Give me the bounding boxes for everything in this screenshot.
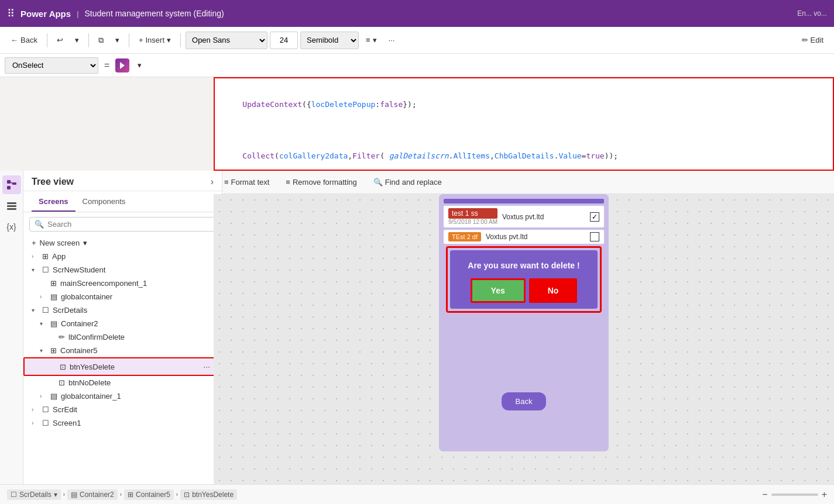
undo-button[interactable]: ↩	[52, 33, 68, 47]
tab-screens[interactable]: Screens	[32, 195, 75, 212]
align-chevron: ▾	[373, 36, 377, 44]
container2-label: Container2	[61, 319, 214, 328]
tree-collapse-button[interactable]: ›	[211, 177, 214, 187]
formula-chevron[interactable]: ▾	[133, 58, 146, 72]
code-editor[interactable]: UpdateContext({locDeletePopup:false}); C…	[214, 77, 834, 171]
checkbox-2[interactable]	[590, 232, 599, 241]
yes-button[interactable]: Yes	[471, 278, 526, 303]
zoom-slider[interactable]	[771, 493, 818, 496]
data-icon-btn[interactable]	[2, 196, 21, 215]
canvas-area[interactable]: test 1 ss 9/5/2018 12:00 AM Voxtus pvt.l…	[214, 194, 834, 484]
tree-item-scrnewstudent[interactable]: ▾ ☐ ScrNewStudent	[23, 263, 222, 277]
toolbar-divider-3	[129, 33, 129, 47]
insert-label: Insert	[146, 36, 165, 44]
tab-components[interactable]: Components	[75, 195, 133, 212]
tree-item-mainscreen[interactable]: ⊞ mainScreencomponent_1	[23, 277, 222, 290]
tree-item-scrdetails[interactable]: ▾ ☐ ScrDetails	[23, 303, 222, 317]
tree-view-icon-btn[interactable]	[2, 175, 21, 194]
formula-bar: OnSelect = ▾	[0, 54, 834, 77]
checkbox-1[interactable]: ✓	[590, 212, 599, 222]
svg-rect-3	[12, 182, 16, 185]
toolbar: ← Back ↩ ▾ ⧉ ▾ + Insert ▾ Open Sans Aria…	[0, 27, 834, 54]
gallery-item-1: test 1 ss 9/5/2018 12:00 AM Voxtus pvt.l…	[444, 206, 604, 227]
insert-chevron: ▾	[167, 36, 171, 44]
tree-item-screen1[interactable]: › ☐ Screen1	[23, 416, 222, 430]
tree-item-lblconfirmdelete[interactable]: ✏ lblConfirmDelete	[23, 330, 222, 344]
breadcrumb-scrdetails[interactable]: ☐ ScrDetails ▾	[7, 489, 61, 500]
screen-icon-new: ☐	[42, 265, 49, 274]
breadcrumb-btnyesdelete[interactable]: ⊡ btnYesDelete	[180, 489, 237, 500]
back-button[interactable]: ← Back	[6, 33, 42, 47]
scrdetails-label: ScrDetails	[53, 306, 214, 315]
tree-item-app[interactable]: › ⊞ App	[23, 250, 222, 263]
copy-button[interactable]: ⧉	[94, 33, 108, 47]
insert-button[interactable]: + Insert ▾	[134, 33, 176, 47]
edit-button[interactable]: ✏ Edit	[797, 33, 828, 47]
font-size-input[interactable]	[270, 32, 298, 49]
app-icon: ⊞	[42, 252, 49, 261]
lblconfirmdelete-label: lblConfirmDelete	[68, 333, 214, 341]
font-family-select[interactable]: Open Sans Arial Calibri	[186, 32, 267, 49]
tree-item-container5[interactable]: ▾ ⊞ Container5	[23, 344, 222, 357]
svg-line-4	[11, 182, 12, 184]
chevron-scrnew: ▾	[32, 267, 39, 273]
more-options-button[interactable]: ···	[384, 33, 400, 47]
tree-item-scredit[interactable]: › ☐ ScrEdit	[23, 403, 222, 416]
gallery-item-2: TEst 2 df Voxtus pvt.ltd	[444, 230, 604, 244]
breadcrumb-container2-label: Container2	[80, 491, 114, 499]
btnyesdelete-more-button[interactable]: ···	[201, 361, 212, 372]
tree-item-globalcontainer1[interactable]: › ▤ globalcontainer_1	[23, 389, 222, 403]
font-weight-select[interactable]: Thin Light Regular Semibold Bold	[300, 32, 359, 49]
chevron-container2: ▾	[40, 320, 47, 327]
copy-dropdown[interactable]: ▾	[111, 33, 124, 47]
breadcrumb-sep-2: ›	[120, 491, 122, 498]
property-selector[interactable]: OnSelect	[5, 57, 98, 74]
scredit-label: ScrEdit	[53, 405, 214, 414]
tree-item-globalcontainer[interactable]: › ▤ globalcontainer	[23, 290, 222, 303]
variables-icon-btn[interactable]: {x}	[2, 218, 21, 236]
svg-rect-1	[7, 180, 11, 184]
screen-icon-edit: ☐	[42, 405, 49, 414]
delete-buttons: Yes No	[456, 278, 592, 303]
tree-view-icon	[6, 179, 17, 190]
button-yes-icon: ⊡	[60, 363, 66, 371]
container5-breadcrumb-icon: ⊞	[128, 491, 133, 499]
tree-item-btnyesdelete[interactable]: ⊡ btnYesDelete ···	[23, 357, 222, 376]
code-line-1: UpdateContext({locDeletePopup:false});	[224, 85, 823, 124]
app-label: App	[52, 252, 214, 261]
breadcrumb-container2[interactable]: ▤ Container2	[67, 489, 118, 500]
code-line-2	[224, 124, 823, 137]
toolbar-divider-1	[47, 33, 47, 47]
new-screen-button[interactable]: + New screen ▾	[23, 236, 222, 250]
container5-icon: ⊞	[50, 346, 57, 355]
search-box: 🔍	[29, 217, 216, 232]
button-no-icon: ⊡	[59, 378, 65, 387]
chevron-app: ›	[32, 253, 39, 260]
no-button[interactable]: No	[529, 278, 578, 303]
globalcontainer-label: globalcontainer	[61, 292, 214, 301]
tree-tabs: Screens Components	[23, 191, 222, 212]
toolbar-divider-4	[180, 33, 181, 47]
breadcrumb-chevron-1: ▾	[54, 491, 57, 499]
undo-dropdown[interactable]: ▾	[70, 33, 84, 47]
canvas-empty-space	[444, 315, 604, 385]
screen-breadcrumb-icon: ☐	[11, 491, 17, 499]
breadcrumb-container5[interactable]: ⊞ Container5	[124, 489, 174, 500]
delete-message: Are you sure want to delete !	[456, 256, 592, 275]
btnnodelete-label: btnNoDelete	[68, 378, 214, 387]
container2-icon: ▤	[50, 319, 57, 328]
align-button[interactable]: ≡ ▾	[361, 33, 382, 47]
grid-icon[interactable]: ⠿	[7, 7, 15, 20]
zoom-in-button[interactable]: +	[822, 489, 827, 500]
back-btn[interactable]: Back	[502, 392, 547, 410]
chevron-globalcontainer1: ›	[40, 393, 47, 399]
search-box-icon: 🔍	[35, 220, 44, 229]
search-input[interactable]	[47, 220, 211, 229]
container-icon: ▤	[50, 292, 57, 301]
zoom-out-button[interactable]: −	[762, 489, 767, 500]
component-icon: ⊞	[50, 279, 57, 288]
tree-item-container2[interactable]: ▾ ▤ Container2	[23, 317, 222, 330]
tree-item-btnnodelete[interactable]: ⊡ btnNoDelete	[23, 376, 222, 389]
tree-items: › ⊞ App ▾ ☐ ScrNewStudent ⊞ mainScreenco…	[23, 250, 222, 504]
toolbar-divider-2	[88, 33, 89, 47]
